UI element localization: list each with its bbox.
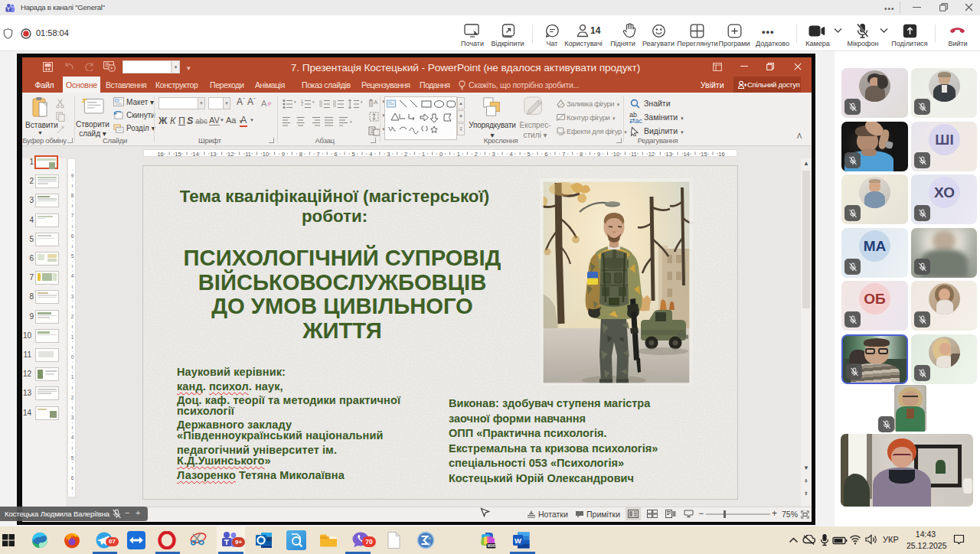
- svg-text:А: А: [261, 99, 267, 108]
- svg-text:11: 11: [245, 151, 251, 157]
- svg-text:10: 10: [263, 151, 269, 157]
- svg-text:▾: ▾: [312, 99, 315, 104]
- svg-text:11: 11: [631, 151, 637, 157]
- svg-text:3: 3: [492, 151, 495, 157]
- svg-text:▾: ▾: [361, 99, 363, 104]
- svg-text:0: 0: [439, 151, 443, 157]
- svg-text:▾: ▾: [294, 99, 296, 104]
- svg-text:2: 2: [475, 151, 478, 157]
- svg-text:4: 4: [510, 151, 513, 157]
- svg-text:2: 2: [301, 102, 303, 106]
- svg-text:12: 12: [648, 151, 655, 157]
- svg-text:4: 4: [369, 151, 372, 157]
- svg-text:2: 2: [404, 151, 407, 157]
- svg-text:12: 12: [227, 151, 234, 157]
- svg-text:15: 15: [701, 151, 707, 157]
- svg-text:6: 6: [335, 151, 338, 157]
- svg-text:13: 13: [666, 151, 672, 157]
- svg-text:W: W: [514, 536, 521, 545]
- svg-text:16: 16: [157, 151, 163, 157]
- svg-text:β: β: [428, 542, 431, 546]
- svg-text:1: 1: [457, 151, 460, 157]
- svg-text:6: 6: [544, 151, 547, 157]
- svg-text:16: 16: [718, 151, 724, 157]
- svg-text:8: 8: [580, 151, 583, 157]
- svg-text:5: 5: [527, 151, 530, 157]
- svg-text:15: 15: [175, 151, 181, 157]
- svg-text:7: 7: [562, 151, 565, 157]
- svg-text:5: 5: [351, 151, 354, 157]
- svg-text:А: А: [374, 99, 378, 106]
- svg-text:13: 13: [210, 151, 216, 157]
- svg-text:1: 1: [422, 151, 425, 157]
- svg-text:M365: M365: [488, 544, 497, 548]
- svg-text:10: 10: [613, 151, 619, 157]
- svg-text:▾: ▾: [350, 119, 352, 124]
- svg-text:7: 7: [317, 151, 320, 157]
- svg-text:3: 3: [387, 151, 390, 157]
- svg-text:9: 9: [597, 151, 600, 157]
- svg-text:9: 9: [282, 151, 285, 157]
- svg-text:α: α: [429, 536, 432, 540]
- svg-text:14: 14: [192, 151, 198, 157]
- svg-text:14: 14: [683, 151, 689, 157]
- svg-text:8: 8: [299, 151, 302, 157]
